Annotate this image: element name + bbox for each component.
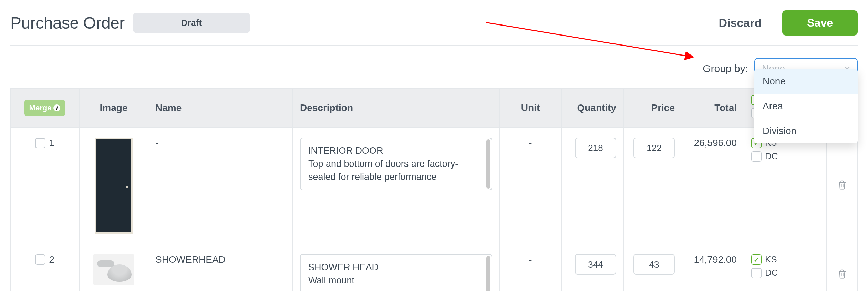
col-quantity: Quantity (561, 88, 623, 128)
quantity-input[interactable] (575, 138, 616, 158)
tag-label: DC (765, 151, 778, 162)
save-button[interactable]: Save (782, 10, 858, 36)
col-name: Name (148, 88, 293, 128)
group-by-option-none[interactable]: None (754, 69, 858, 94)
price-input[interactable] (633, 254, 675, 275)
product-image (93, 138, 134, 234)
table-row: 1 - INTERIOR DOOR Top and bottom of door… (10, 128, 858, 244)
description-input[interactable]: SHOWER HEAD Wall mount (300, 254, 492, 291)
scrollbar[interactable] (486, 139, 490, 189)
delete-row-button[interactable] (837, 270, 847, 281)
line-items-table: Merge i Image Name Description Unit Quan… (10, 88, 858, 291)
col-total: Total (682, 88, 744, 128)
row-index: 1 (49, 138, 54, 149)
row-total: 14,792.00 (682, 244, 744, 291)
product-image (93, 254, 134, 285)
status-badge: Draft (133, 13, 250, 33)
scrollbar[interactable] (486, 256, 490, 291)
col-merge: Merge i (10, 88, 79, 128)
group-by-label: Group by: (703, 63, 748, 74)
group-by-dropdown: None Area Division (754, 69, 858, 143)
table-row: 2 SHOWERHEAD SHOWER HEAD Wall mount - (10, 244, 858, 291)
row-checkbox[interactable] (35, 138, 45, 148)
col-unit: Unit (499, 88, 561, 128)
col-description: Description (293, 88, 499, 128)
row-name: - (148, 128, 293, 244)
page-title: Purchase Order (10, 13, 125, 32)
tag-checkbox[interactable] (751, 151, 762, 162)
delete-row-button[interactable] (837, 181, 847, 192)
tag-checkbox[interactable] (751, 268, 762, 278)
description-body: Wall mount (308, 274, 484, 287)
description-body: Top and bottom of doors are factory-seal… (308, 158, 484, 184)
col-price: Price (623, 88, 682, 128)
tag-label: KS (765, 254, 777, 265)
description-title: SHOWER HEAD (308, 261, 484, 274)
row-unit: - (499, 244, 561, 291)
merge-label: Merge (29, 103, 52, 112)
discard-button[interactable]: Discard (719, 16, 762, 30)
price-input[interactable] (633, 138, 675, 158)
row-name: SHOWERHEAD (148, 244, 293, 291)
row-unit: - (499, 128, 561, 244)
col-image: Image (79, 88, 148, 128)
row-index: 2 (49, 254, 54, 265)
group-by-option-area[interactable]: Area (754, 94, 858, 119)
row-total: 26,596.00 (682, 128, 744, 244)
tag-checkbox[interactable] (751, 254, 762, 265)
info-icon: i (53, 104, 60, 111)
row-checkbox[interactable] (35, 254, 45, 265)
description-title: INTERIOR DOOR (308, 144, 484, 158)
quantity-input[interactable] (575, 254, 616, 275)
description-input[interactable]: INTERIOR DOOR Top and bottom of doors ar… (300, 138, 492, 190)
group-by-option-division[interactable]: Division (754, 119, 858, 143)
tag-label: DC (765, 268, 778, 278)
merge-button[interactable]: Merge i (24, 100, 65, 116)
